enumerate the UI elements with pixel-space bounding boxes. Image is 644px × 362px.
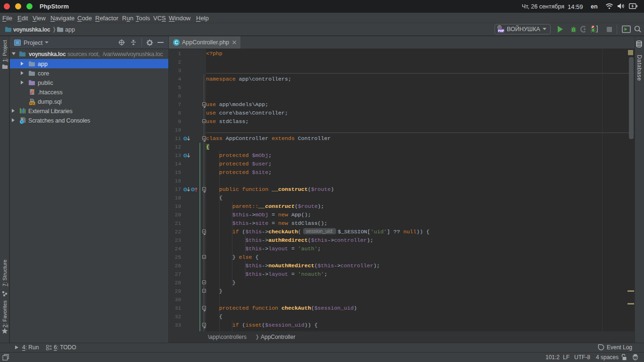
svg-text:SQL: SQL (29, 102, 35, 105)
svg-text:C: C (174, 40, 178, 45)
svg-text:PHP: PHP (498, 29, 504, 33)
